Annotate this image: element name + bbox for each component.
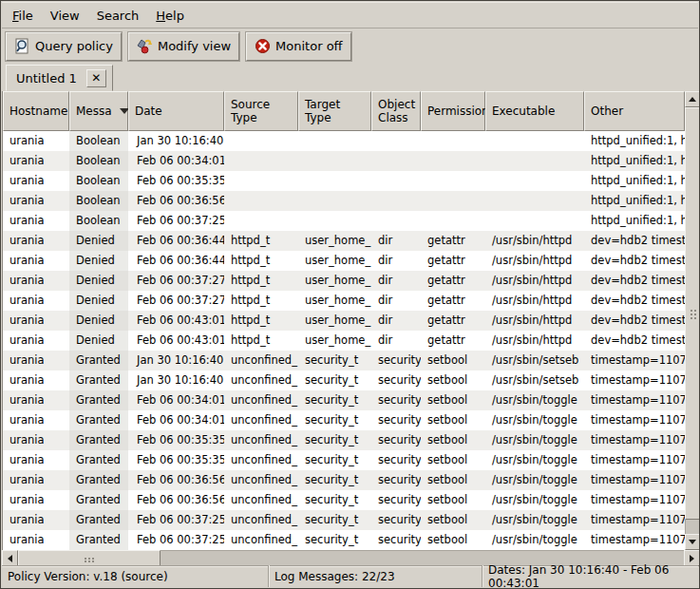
cell-source-type xyxy=(224,211,298,231)
cell-hostname: urania xyxy=(3,530,69,550)
cell-object-class: dir xyxy=(371,271,421,291)
menu-search[interactable]: Search xyxy=(88,5,148,27)
table-row[interactable]: uraniaDeniedFeb 06 00:36:44httpd_tuser_h… xyxy=(3,251,685,271)
tab-close-button[interactable]: ✕ xyxy=(86,69,106,87)
column-header-executable[interactable]: Executable xyxy=(485,91,584,131)
column-header-date[interactable]: Date xyxy=(128,91,224,131)
table-row[interactable]: uraniaDeniedFeb 06 00:37:27httpd_tuser_h… xyxy=(3,291,685,311)
close-icon: ✕ xyxy=(91,71,101,85)
cell-source-type: httpd_t xyxy=(224,251,298,271)
menu-file[interactable]: File xyxy=(4,5,42,27)
cell-other: dev=hdb2 timesta xyxy=(584,231,685,251)
cell-object-class xyxy=(371,131,421,151)
table-row[interactable]: uraniaDeniedFeb 06 00:43:01httpd_tuser_h… xyxy=(3,311,685,331)
cell-other: dev=hdb2 timesta xyxy=(584,271,685,291)
cell-message: Granted xyxy=(69,430,128,450)
cell-date: Feb 06 00:37:25 xyxy=(128,211,224,231)
cell-executable xyxy=(485,191,584,211)
table-row[interactable]: uraniaBooleanFeb 06 00:37:25httpd_unifie… xyxy=(3,211,685,231)
table-row[interactable]: uraniaBooleanFeb 06 00:35:35httpd_unifie… xyxy=(3,171,685,191)
cell-hostname: urania xyxy=(3,131,69,151)
vertical-scrollbar[interactable] xyxy=(685,91,700,550)
table-row[interactable]: uraniaGrantedFeb 06 00:36:56unconfined_s… xyxy=(3,470,685,490)
cell-permission: setbool xyxy=(421,351,485,370)
cell-object-class: security xyxy=(371,410,421,430)
cell-date: Feb 06 00:36:56 xyxy=(128,470,224,490)
scroll-down-arrow[interactable] xyxy=(685,534,700,550)
cell-hostname: urania xyxy=(3,231,69,251)
cell-target-type: user_home_ xyxy=(298,291,371,311)
cell-hostname: urania xyxy=(3,510,69,530)
table-row[interactable]: uraniaGrantedFeb 06 00:35:35unconfined_s… xyxy=(3,450,685,470)
query-policy-button[interactable]: Query policy xyxy=(6,32,122,61)
cell-object-class xyxy=(371,151,421,171)
cell-executable: /usr/sbin/httpd xyxy=(485,271,584,291)
menu-view[interactable]: View xyxy=(42,5,88,27)
menu-help[interactable]: Help xyxy=(147,5,193,27)
cell-target-type: user_home_ xyxy=(298,231,371,251)
cell-source-type: unconfined_ xyxy=(224,510,298,530)
scroll-up-arrow[interactable] xyxy=(685,91,700,107)
cell-date: Feb 06 00:34:01 xyxy=(128,390,224,410)
column-header-target-type[interactable]: Target Type xyxy=(298,91,371,131)
cell-target-type xyxy=(298,191,371,211)
cell-executable: /usr/sbin/toggle xyxy=(485,430,584,450)
cell-object-class: security xyxy=(371,510,421,530)
table-row[interactable]: uraniaGrantedFeb 06 00:36:56unconfined_s… xyxy=(3,490,685,510)
column-header-source-type[interactable]: Source Type xyxy=(224,91,298,131)
table-header: Hostname Messa Date Source Type Target T… xyxy=(3,91,685,131)
cell-date: Feb 06 00:36:56 xyxy=(128,490,224,510)
cell-object-class: dir xyxy=(371,311,421,331)
cell-executable xyxy=(485,151,584,171)
cell-other: timestamp=11076 xyxy=(584,510,685,530)
cell-hostname: urania xyxy=(3,211,69,231)
policy-version-status: Policy Version: v.18 (source) xyxy=(2,565,268,587)
cell-other: httpd_unified:1, h xyxy=(584,211,685,231)
monitor-off-button[interactable]: Monitor off xyxy=(246,32,350,61)
cell-message: Granted xyxy=(69,530,128,550)
table-row[interactable]: uraniaGrantedFeb 06 00:37:25unconfined_s… xyxy=(3,510,685,530)
cell-source-type: unconfined_ xyxy=(224,470,298,490)
cell-permission xyxy=(421,131,485,151)
cell-hostname: urania xyxy=(3,151,69,171)
cell-permission: setbool xyxy=(421,530,485,550)
modify-view-button[interactable]: Modify view xyxy=(128,32,239,61)
table-row[interactable]: uraniaGrantedJan 30 10:16:40unconfined_s… xyxy=(3,370,685,390)
column-header-hostname[interactable]: Hostname xyxy=(3,91,69,131)
cell-target-type xyxy=(298,211,371,231)
table-row[interactable]: uraniaBooleanFeb 06 00:34:01httpd_unifie… xyxy=(3,151,685,171)
cell-executable: /usr/sbin/toggle xyxy=(485,470,584,490)
cell-message: Boolean xyxy=(69,131,128,151)
cell-message: Denied xyxy=(69,331,128,351)
table-row[interactable]: uraniaBooleanFeb 06 00:36:56httpd_unifie… xyxy=(3,191,685,211)
cell-message: Granted xyxy=(69,370,128,390)
table-row[interactable]: uraniaDeniedFeb 06 00:36:44httpd_tuser_h… xyxy=(3,231,685,251)
cell-target-type: security_t xyxy=(298,450,371,470)
cell-source-type: httpd_t xyxy=(224,291,298,311)
table-row[interactable]: uraniaBooleanJan 30 10:16:40httpd_unifie… xyxy=(3,131,685,151)
table-row[interactable]: uraniaDeniedFeb 06 00:37:27httpd_tuser_h… xyxy=(3,271,685,291)
scroll-left-arrow[interactable] xyxy=(2,550,18,566)
cell-permission: getattr xyxy=(421,271,485,291)
cell-source-type: unconfined_ xyxy=(224,351,298,370)
cell-source-type: httpd_t xyxy=(224,231,298,251)
column-header-other[interactable]: Other xyxy=(584,91,685,131)
table-row[interactable]: uraniaGrantedFeb 06 00:37:25unconfined_s… xyxy=(3,530,685,550)
cell-executable: /usr/sbin/setseb xyxy=(485,351,584,370)
table-row[interactable]: uraniaGrantedFeb 06 00:34:01unconfined_s… xyxy=(3,410,685,430)
cell-target-type: security_t xyxy=(298,410,371,430)
horizontal-scrollbar-thumb[interactable] xyxy=(18,550,161,566)
table-row[interactable]: uraniaGrantedJan 30 10:16:40unconfined_s… xyxy=(3,351,685,370)
table-row[interactable]: uraniaGrantedFeb 06 00:34:01unconfined_s… xyxy=(3,390,685,410)
cell-message: Boolean xyxy=(69,171,128,191)
vertical-scrollbar-thumb[interactable] xyxy=(685,107,700,520)
column-header-object-class[interactable]: Object Class xyxy=(371,91,421,131)
table-row[interactable]: uraniaDeniedFeb 06 00:43:01httpd_tuser_h… xyxy=(3,331,685,351)
cell-object-class: dir xyxy=(371,251,421,271)
table-row[interactable]: uraniaGrantedFeb 06 00:35:35unconfined_s… xyxy=(3,430,685,450)
tab-untitled-1[interactable]: Untitled 1 ✕ xyxy=(6,65,113,91)
column-header-permission[interactable]: Permission xyxy=(421,91,485,131)
cell-permission: setbool xyxy=(421,510,485,530)
cell-other: timestamp=11076 xyxy=(584,530,685,550)
column-header-message[interactable]: Messa xyxy=(69,91,128,131)
